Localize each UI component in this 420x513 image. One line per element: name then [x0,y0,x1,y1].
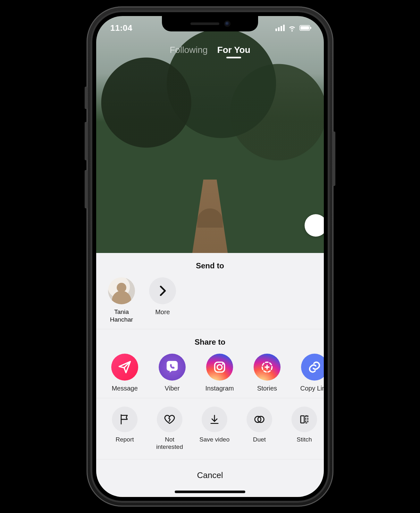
contact-tania[interactable]: Tania Hanchar [107,277,136,324]
chevron-right-icon [149,277,176,304]
paper-plane-icon [111,354,138,381]
instagram-icon [206,354,233,381]
svg-point-4 [217,365,222,370]
screen: 11:04 [96,16,324,497]
mute-switch [85,87,87,109]
stitch-icon [291,407,317,432]
broken-heart-icon [157,407,182,432]
action-label: Duet [253,436,266,443]
actions-row[interactable]: Report Not interested [96,407,324,451]
contact-name: Tania Hanchar [107,308,136,324]
volume-down-button [85,170,87,208]
share-viber[interactable]: Viber [155,354,190,392]
action-duet[interactable]: Duet [242,407,277,451]
share-to-section: Share to Message [96,329,324,398]
avatar-icon [108,277,135,304]
send-to-title: Send to [96,261,324,270]
share-label: Instagram [206,384,234,392]
send-to-row[interactable]: Tania Hanchar More [96,277,324,324]
share-label: Message [112,384,138,392]
share-sheet: Send to Tania Hanchar More [96,253,324,497]
action-label: Stitch [297,436,312,443]
share-label: Viber [165,384,180,392]
wifi-icon [288,24,296,32]
share-label: Copy Link [300,384,324,392]
actions-section: Report Not interested [96,398,324,459]
earpiece-speaker [190,22,219,25]
share-apps-row[interactable]: Message Viber [96,354,324,392]
cellular-signal-icon [275,25,285,31]
duet-icon [247,407,272,432]
share-instagram[interactable]: Instagram [202,354,237,392]
share-stories[interactable]: Stories [249,354,285,392]
more-contacts-button[interactable]: More [148,277,177,324]
action-report[interactable]: Report [107,407,142,451]
power-button [333,131,335,186]
action-save-video[interactable]: Save video [197,407,232,451]
svg-rect-1 [300,26,309,29]
svg-rect-13 [301,416,304,423]
action-label: Report [115,436,134,443]
share-copy-link[interactable]: Copy Link [297,354,324,392]
svg-point-5 [222,364,223,365]
phone-frame: 11:04 [87,6,333,507]
action-label: Not interested [152,436,187,451]
front-camera [225,21,230,26]
link-icon [301,354,324,381]
svg-rect-2 [310,27,311,29]
volume-up-button [85,122,87,160]
viber-icon [159,354,186,381]
battery-icon [299,25,312,31]
home-indicator[interactable] [175,491,245,493]
share-label: Stories [257,384,277,392]
phone-bezel: 11:04 [90,10,330,503]
download-icon [202,407,227,432]
action-not-interested[interactable]: Not interested [152,407,187,451]
share-to-title: Share to [96,338,324,347]
stage: 11:04 [0,0,420,513]
status-time: 11:04 [110,23,132,33]
flag-icon [112,407,138,432]
stories-icon [254,354,281,381]
status-right [275,24,312,32]
action-stitch[interactable]: Stitch [287,407,322,451]
cancel-button[interactable]: Cancel [96,459,324,484]
tab-following[interactable]: Following [170,45,207,55]
notch [162,16,258,31]
action-label: Save video [199,436,230,443]
feed-tabs: Following For You [96,45,324,55]
send-to-section: Send to Tania Hanchar More [96,253,324,330]
tab-for-you[interactable]: For You [217,45,250,55]
share-message[interactable]: Message [107,354,142,392]
more-label: More [155,308,170,316]
